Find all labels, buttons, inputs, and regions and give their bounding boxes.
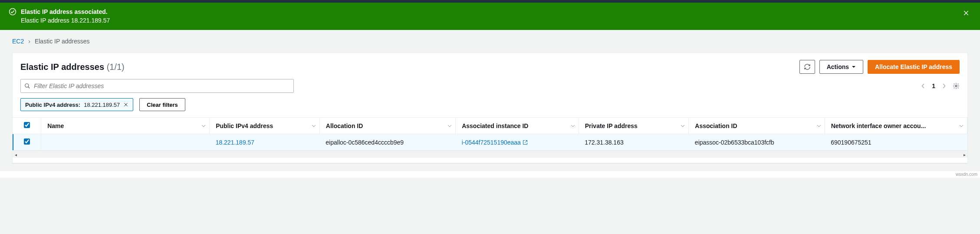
page-title-count: (1/1)	[107, 62, 125, 72]
cell-allocation-id: eipalloc-0c586ced4ccccb9e9	[319, 134, 455, 151]
col-header-allocation-id[interactable]: Allocation ID	[319, 118, 455, 134]
search-input-container	[20, 79, 294, 93]
close-icon[interactable]	[961, 8, 971, 20]
svg-point-1	[25, 84, 29, 87]
clear-filters-button[interactable]: Clear filters	[139, 98, 185, 111]
sort-icon	[201, 122, 206, 129]
col-header-instance-id[interactable]: Associated instance ID	[456, 118, 579, 134]
external-link-icon	[521, 139, 528, 146]
page-title: Elastic IP addresses (1/1)	[20, 62, 125, 72]
sort-icon	[681, 122, 685, 129]
gear-icon[interactable]	[953, 82, 960, 89]
col-header-private-ip[interactable]: Private IP address	[579, 118, 689, 134]
sort-icon	[959, 122, 964, 129]
search-input[interactable]	[30, 82, 290, 89]
allocate-eip-button[interactable]: Allocate Elastic IP address	[868, 60, 960, 74]
horizontal-scrollbar[interactable]: ◂ ▸	[13, 151, 967, 158]
chevron-down-icon	[852, 65, 856, 69]
cell-owner: 690190675251	[825, 134, 967, 151]
filter-chip: Public IPv4 address: 18.221.189.57	[20, 98, 133, 111]
col-header-public-ip[interactable]: Public IPv4 address	[210, 118, 320, 134]
table-row[interactable]: 18.221.189.57 eipalloc-0c586ced4ccccb9e9…	[13, 134, 967, 151]
filter-chip-key: Public IPv4 address:	[25, 102, 80, 108]
eip-table: Name Public IPv4 address Allocation ID A…	[13, 118, 967, 151]
sort-icon	[817, 122, 821, 129]
page-title-text: Elastic IP addresses	[20, 62, 104, 72]
breadcrumb-current: Elastic IP addresses	[35, 38, 90, 45]
col-header-checkbox[interactable]	[13, 118, 41, 134]
chevron-right-icon: ›	[28, 38, 30, 45]
cell-instance-id[interactable]: i-0544f72515190eaaa	[462, 139, 528, 146]
row-checkbox[interactable]	[24, 138, 30, 145]
col-header-association-id[interactable]: Association ID	[689, 118, 825, 134]
actions-button[interactable]: Actions	[819, 60, 863, 74]
notification-banner: Elastic IP address associated. Elastic I…	[0, 3, 980, 30]
refresh-button[interactable]	[799, 60, 815, 74]
cell-association-id: eipassoc-02b6533bca103fcfb	[689, 134, 825, 151]
col-header-owner[interactable]: Network interface owner accou...	[825, 118, 967, 134]
select-all-checkbox[interactable]	[24, 122, 30, 128]
col-header-name[interactable]: Name	[41, 118, 210, 134]
success-icon	[9, 8, 16, 17]
scroll-right-icon[interactable]: ▸	[961, 152, 967, 158]
sort-icon	[447, 122, 452, 129]
cell-public-ip[interactable]: 18.221.189.57	[216, 139, 255, 146]
page-prev-button[interactable]	[921, 83, 926, 89]
filter-chip-remove[interactable]	[123, 102, 128, 107]
main-panel: Elastic IP addresses (1/1) Actions Alloc…	[12, 53, 968, 163]
cell-private-ip: 172.31.38.163	[579, 134, 689, 151]
search-icon	[24, 83, 30, 89]
actions-label: Actions	[827, 63, 849, 70]
breadcrumb-root[interactable]: EC2	[12, 38, 24, 45]
sort-icon	[571, 122, 575, 129]
cell-name	[41, 134, 210, 151]
scroll-left-icon[interactable]: ◂	[13, 152, 19, 158]
notification-title: Elastic IP address associated.	[21, 8, 110, 16]
filter-chip-value: 18.221.189.57	[84, 102, 120, 108]
page-next-button[interactable]	[941, 83, 947, 89]
breadcrumb: EC2 › Elastic IP addresses	[12, 38, 968, 45]
sort-icon	[312, 122, 316, 129]
footer-credit: wsxdn.com	[0, 171, 980, 178]
svg-point-0	[10, 9, 16, 15]
page-number: 1	[932, 82, 935, 89]
notification-subtitle: Elastic IP address 18.221.189.57	[21, 16, 110, 25]
svg-point-2	[955, 85, 957, 87]
